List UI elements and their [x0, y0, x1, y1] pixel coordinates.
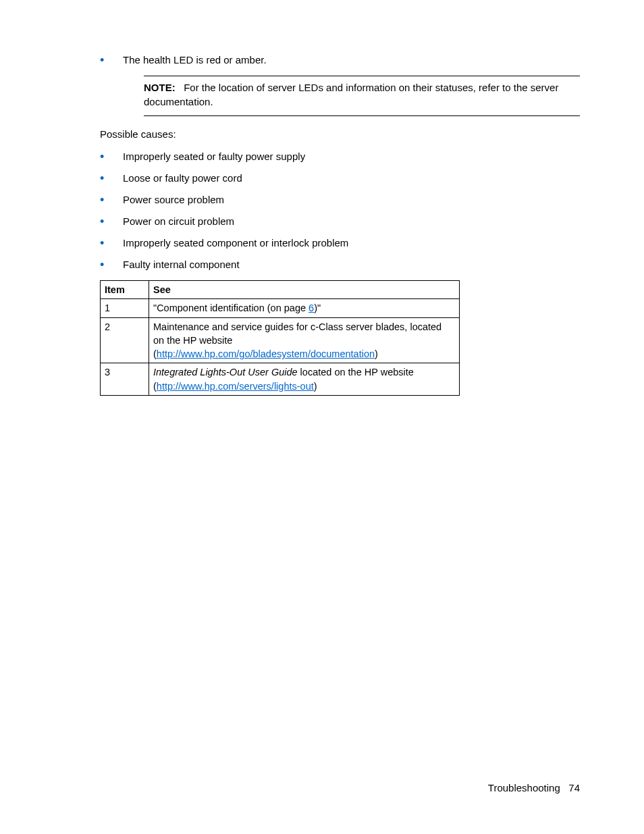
footer-page: 74 — [568, 782, 580, 793]
cause-text: Faulty internal component — [123, 259, 580, 270]
cause-text: Loose or faulty power cord — [123, 172, 580, 184]
url-link[interactable]: http://www.hp.com/servers/lights-out — [157, 381, 314, 392]
cause-item: • Improperly seated or faulty power supp… — [100, 151, 580, 163]
bullet-icon: • — [100, 259, 107, 271]
intro-bullet: • The health LED is red or amber. — [100, 54, 580, 66]
bullet-icon: • — [100, 215, 107, 228]
page-link[interactable]: 6 — [308, 303, 314, 313]
cause-item: • Power source problem — [100, 194, 580, 206]
table-see-cell: Integrated Lights-Out User Guide located… — [149, 363, 460, 396]
table-header-item: Item — [101, 281, 149, 299]
table-item-cell: 2 — [101, 317, 149, 363]
table-row: 1 "Component identification (on page 6)" — [101, 299, 460, 317]
url-link[interactable]: http://www.hp.com/go/bladesystem/documen… — [157, 348, 375, 359]
row2-text-b: ) — [375, 348, 378, 359]
note-text — [178, 82, 184, 93]
table-item-cell: 3 — [101, 363, 149, 396]
row1-text-a: "Component identification (on page — [153, 303, 308, 313]
bullet-icon: • — [100, 194, 107, 206]
bullet-icon: • — [100, 54, 107, 66]
row3-text-b: ) — [314, 381, 317, 392]
cause-item: • Improperly seated component or interlo… — [100, 237, 580, 249]
note-body: For the location of server LEDs and info… — [144, 82, 558, 107]
table-header-row: Item See — [101, 281, 460, 299]
causes-heading: Possible causes: — [100, 128, 580, 140]
cause-item: • Loose or faulty power cord — [100, 172, 580, 184]
page-footer: Troubleshooting 74 — [488, 782, 580, 793]
cause-text: Power source problem — [123, 194, 580, 205]
cause-text: Improperly seated component or interlock… — [123, 237, 580, 249]
note-label: NOTE: — [144, 82, 176, 93]
table-header-see: See — [149, 281, 460, 299]
table-see-cell: Maintenance and service guides for c-Cla… — [149, 317, 460, 363]
cause-item: • Power on circuit problem — [100, 215, 580, 228]
bullet-icon: • — [100, 172, 107, 184]
reference-table: Item See 1 "Component identification (on… — [100, 280, 460, 396]
row1-text-b: )" — [314, 303, 321, 313]
intro-text: The health LED is red or amber. — [123, 54, 580, 66]
cause-text: Improperly seated or faulty power supply — [123, 151, 580, 162]
note-box: NOTE: For the location of server LEDs an… — [144, 76, 580, 116]
footer-section: Troubleshooting — [488, 782, 560, 793]
table-row: 3 Integrated Lights-Out User Guide locat… — [101, 363, 460, 396]
bullet-icon: • — [100, 237, 107, 249]
cause-text: Power on circuit problem — [123, 215, 580, 227]
table-item-cell: 1 — [101, 299, 149, 317]
table-see-cell: "Component identification (on page 6)" — [149, 299, 460, 317]
row3-italic: Integrated Lights-Out User Guide — [153, 367, 298, 377]
bullet-icon: • — [100, 151, 107, 163]
cause-item: • Faulty internal component — [100, 259, 580, 271]
table-row: 2 Maintenance and service guides for c-C… — [101, 317, 460, 363]
